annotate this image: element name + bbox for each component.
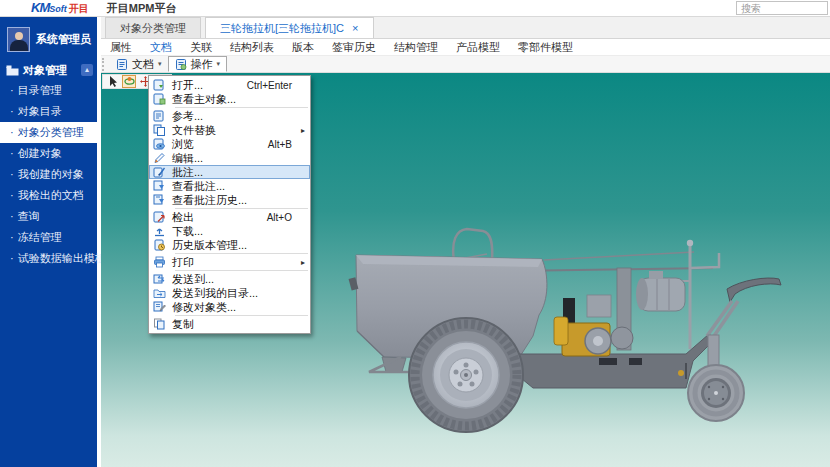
menu-item-open[interactable]: 打开... Ctrl+Enter <box>149 78 310 92</box>
sidebar-item-freeze-management[interactable]: ·冻结管理 <box>0 227 97 248</box>
close-tab-icon[interactable]: × <box>352 22 358 34</box>
window-tab-object-classification[interactable]: 对象分类管理 <box>105 17 201 38</box>
menu-separator <box>175 253 308 254</box>
menu-item-edit[interactable]: 编辑... <box>149 151 310 165</box>
menu-separator <box>175 315 308 316</box>
sidebar-item-test-data-template[interactable]: ·试验数据输出模板 <box>0 248 97 269</box>
sidebar-item-my-created-objects[interactable]: ·我创建的对象 <box>0 164 97 185</box>
sidebar-item-object-classification[interactable]: ·对象分类管理 <box>0 122 97 143</box>
3d-viewport[interactable]: 打开... Ctrl+Enter 查看主对象... 参考... 文件替换 ▸ <box>101 73 830 467</box>
collapse-arrow-icon[interactable]: ▴ <box>81 64 93 76</box>
sidebar-group-object-management[interactable]: 对象管理 ▴ <box>0 60 97 80</box>
menu-item-annotate[interactable]: 批注... <box>149 165 310 179</box>
annotation-history-icon <box>153 194 166 206</box>
action-icon <box>175 58 188 71</box>
view-main-object-icon <box>153 93 166 105</box>
tab-document[interactable]: 文档 <box>141 40 181 55</box>
sidebar-item-directory-management[interactable]: ·目录管理 <box>0 80 97 101</box>
window-tabstrip: 对象分类管理 三轮拖拉机[三轮拖拉机]C× <box>101 17 830 39</box>
app-title: 开目MPM平台 <box>107 1 177 16</box>
send-to-icon <box>153 273 166 285</box>
menu-item-browse[interactable]: 浏览 Alt+B <box>149 137 310 151</box>
app-header: KM Soft 开目 开目MPM平台 <box>0 0 830 17</box>
sidebar-item-create-object[interactable]: ·创建对象 <box>0 143 97 164</box>
sidebar-group-label: 对象管理 <box>23 63 67 78</box>
checkout-icon <box>153 211 166 223</box>
main-content: 对象分类管理 三轮拖拉机[三轮拖拉机]C× 属性 文档 关联 结构列表 版本 签… <box>97 17 830 467</box>
tab-structure-management[interactable]: 结构管理 <box>385 40 447 55</box>
submenu-arrow-icon: ▸ <box>301 258 305 267</box>
document-menu-button[interactable]: 文档 ▾ <box>110 56 168 72</box>
browse-icon <box>153 138 166 150</box>
dropdown-caret-icon: ▾ <box>217 60 221 68</box>
action-dropdown-menu: 打开... Ctrl+Enter 查看主对象... 参考... 文件替换 ▸ <box>148 75 311 334</box>
menu-item-print[interactable]: 打印 ▸ <box>149 255 310 269</box>
sidebar-item-query[interactable]: ·查询 <box>0 206 97 227</box>
file-replace-icon <box>153 124 166 136</box>
annotate-icon <box>153 166 166 178</box>
send-to-my-folder-icon <box>153 287 166 299</box>
menu-item-send-to[interactable]: 发送到... <box>149 272 310 286</box>
action-menu-button[interactable]: 操作 ▾ <box>168 56 228 72</box>
menu-item-file-replace[interactable]: 文件替换 ▸ <box>149 123 310 137</box>
menu-item-send-to-my-folder[interactable]: 发送到我的目录... <box>149 286 310 300</box>
toolbar-drag-handle[interactable] <box>102 58 107 71</box>
user-avatar[interactable] <box>7 27 30 52</box>
sidebar-item-object-directory[interactable]: ·对象目录 <box>0 101 97 122</box>
avatar-head <box>15 32 23 40</box>
menu-item-checkout[interactable]: 检出 Alt+O <box>149 210 310 224</box>
tab-product-model[interactable]: 产品模型 <box>447 40 509 55</box>
folder-icon <box>6 65 19 76</box>
copy-icon <box>153 318 166 330</box>
reference-icon <box>153 110 166 122</box>
user-row: 系统管理员 <box>0 17 97 60</box>
menu-item-copy[interactable]: 复制 <box>149 317 310 331</box>
menu-item-version-history[interactable]: 历史版本管理... <box>149 238 310 252</box>
sidebar: 系统管理员 对象管理 ▴ ·目录管理 ·对象目录 ·对象分类管理 ·创建对象 ·… <box>0 17 97 467</box>
edit-icon <box>153 152 166 164</box>
tab-parts-model[interactable]: 零部件模型 <box>509 40 582 55</box>
tab-version[interactable]: 版本 <box>283 40 323 55</box>
tab-structure-list[interactable]: 结构列表 <box>221 40 283 55</box>
download-icon <box>153 225 166 237</box>
tab-properties[interactable]: 属性 <box>101 40 141 55</box>
tab-association[interactable]: 关联 <box>181 40 221 55</box>
logo-cn-text: 开目 <box>69 2 89 16</box>
view-annotations-icon <box>153 180 166 192</box>
menu-separator <box>175 208 308 209</box>
logo-km-text: KM <box>31 0 49 15</box>
doc-tabs: 属性 文档 关联 结构列表 版本 签审历史 结构管理 产品模型 零部件模型 <box>101 39 830 56</box>
dropdown-caret-icon: ▾ <box>158 60 162 68</box>
kmsoft-logo: KM Soft 开目 <box>31 0 89 16</box>
document-icon <box>116 58 129 71</box>
version-history-icon <box>153 239 166 251</box>
tab-review-history[interactable]: 签审历史 <box>323 40 385 55</box>
menu-item-view-main-object[interactable]: 查看主对象... <box>149 92 310 106</box>
modify-object-class-icon <box>153 301 166 313</box>
open-icon <box>153 79 166 91</box>
avatar-body <box>10 40 28 52</box>
sidebar-item-my-checked-out-docs[interactable]: ·我检出的文档 <box>0 185 97 206</box>
search-input[interactable] <box>736 1 828 15</box>
doc-toolbar: 文档 ▾ 操作 ▾ <box>101 56 830 73</box>
window-tab-tractor[interactable]: 三轮拖拉机[三轮拖拉机]C× <box>205 17 374 38</box>
menu-item-reference[interactable]: 参考... <box>149 109 310 123</box>
user-name: 系统管理员 <box>36 32 91 47</box>
submenu-arrow-icon: ▸ <box>301 126 305 135</box>
logo-soft-text: Soft <box>49 4 67 14</box>
menu-item-download[interactable]: 下载... <box>149 224 310 238</box>
menu-item-modify-object-class[interactable]: 修改对象类... <box>149 300 310 314</box>
menu-item-view-annotations[interactable]: 查看批注... <box>149 179 310 193</box>
print-icon <box>153 256 166 268</box>
menu-item-annotation-history[interactable]: 查看批注历史... <box>149 193 310 207</box>
